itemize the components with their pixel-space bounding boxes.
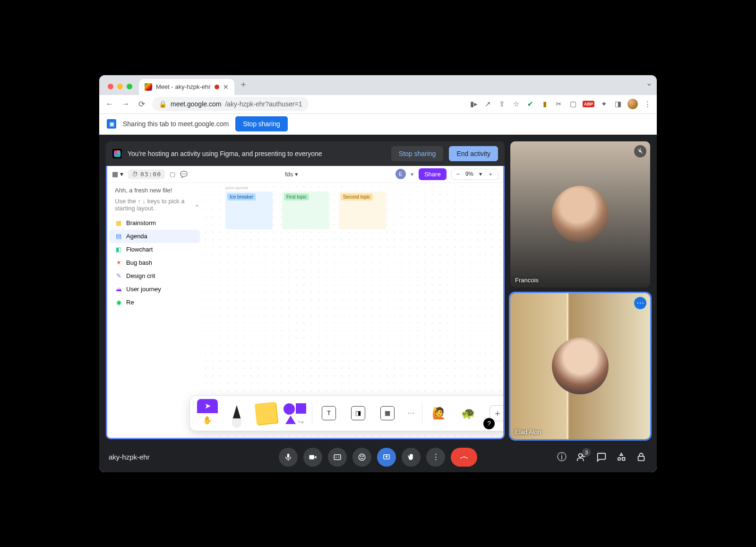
new-tab-button[interactable]: ＋ <box>234 78 252 92</box>
canvas-lane[interactable]: Second topic <box>339 191 386 229</box>
figma-canvas[interactable]: quick agenda Ice breaker First topic Sec… <box>202 183 503 438</box>
open-new-icon[interactable]: ↗ <box>483 99 493 109</box>
template-item-re[interactable]: ◉Re <box>109 296 200 309</box>
template-icon: ▤ <box>115 233 122 240</box>
maximize-window-icon[interactable] <box>127 84 132 89</box>
forward-button[interactable]: → <box>120 98 131 110</box>
figma-presentation: ▦ ▾ ⏱ 03:00 ▢ 💬 fds ▾ E ▾ Share <box>106 166 505 439</box>
figma-timer[interactable]: ⏱ 03:00 <box>128 169 165 179</box>
figjam-toolbar: ➤ ✋ <box>189 395 505 431</box>
figma-menu-icon[interactable]: ▦ ▾ <box>112 170 123 178</box>
tile-more-icon[interactable]: ⋯ <box>634 297 646 309</box>
text-tool[interactable]: T <box>316 400 342 426</box>
ext-scissors-icon[interactable]: ✂ <box>554 99 564 109</box>
ext-abp-icon[interactable]: ABP <box>583 101 594 107</box>
zoom-in-button[interactable]: ＋ <box>486 170 495 178</box>
ext-sidepanel-icon[interactable]: ◨ <box>613 99 623 109</box>
section-tool[interactable]: ◨ <box>345 400 371 426</box>
chat-button[interactable] <box>595 451 608 463</box>
template-item-brainstorm[interactable]: ▦Brainstorm <box>109 217 200 230</box>
shapes-tool[interactable]: ↪ <box>283 400 308 426</box>
minimize-window-icon[interactable] <box>117 84 123 89</box>
select-tool[interactable]: ➤ ✋ <box>195 400 220 426</box>
canvas-lane[interactable]: First topic <box>282 191 329 229</box>
stamp-tool-1[interactable]: 🙋 <box>426 400 452 426</box>
participant-tile[interactable]: ⋯ Elad Alon <box>510 293 650 439</box>
svg-rect-12 <box>638 456 644 460</box>
table-tool[interactable]: ▦ <box>375 400 400 426</box>
participant-tile[interactable]: Francois <box>510 141 650 287</box>
template-icon: ⛰ <box>115 286 122 293</box>
ext-cast-icon[interactable]: ▢ <box>568 99 578 109</box>
stamp-tool-2[interactable]: 🐢 <box>455 400 481 426</box>
figma-doc-name[interactable]: fds <box>285 171 293 178</box>
figma-frame-icon[interactable]: ▢ <box>170 171 175 178</box>
back-button[interactable]: ← <box>104 98 115 110</box>
info-button[interactable]: ⓘ <box>556 451 568 463</box>
template-item-design-crit[interactable]: ✎Design crit <box>109 269 200 283</box>
template-icon: ▦ <box>115 219 122 227</box>
close-sidebar-icon[interactable]: ⌃ <box>194 204 199 211</box>
arrow-icon: ↪ <box>298 417 304 426</box>
activities-button[interactable] <box>615 451 627 463</box>
figma-welcome-title: Ahh, a fresh new file! <box>109 187 200 196</box>
tab-title: Meet - aky-hzpk-ehr <box>156 83 211 90</box>
mic-button[interactable] <box>279 448 298 467</box>
raise-hand-button[interactable] <box>402 448 421 467</box>
chrome-menu-icon[interactable]: ⋮ <box>643 99 652 109</box>
help-icon[interactable]: ? <box>483 418 495 429</box>
canvas-lane[interactable]: Ice breaker <box>225 191 273 229</box>
activity-stop-button[interactable]: Stop sharing <box>391 146 444 161</box>
close-window-icon[interactable] <box>108 84 113 89</box>
template-item-user-journey[interactable]: ⛰User journey <box>109 283 200 296</box>
svg-rect-2 <box>309 455 315 459</box>
people-button[interactable]: 3 <box>576 451 588 463</box>
toolbar: ← → ⟳ 🔒 meet.google.com/aky-hzpk-ehr?aut… <box>99 95 657 114</box>
people-count-badge: 3 <box>582 448 591 457</box>
browser-tab[interactable]: Meet - aky-hzpk-ehr ✕ <box>139 79 234 95</box>
figma-comment-icon[interactable]: 💬 <box>180 171 188 178</box>
template-label: Agenda <box>126 233 147 240</box>
zoom-out-button[interactable]: − <box>455 171 462 177</box>
camera-button[interactable] <box>303 448 322 467</box>
stop-sharing-button[interactable]: Stop sharing <box>235 116 288 131</box>
share-icon[interactable]: ⇪ <box>498 99 507 109</box>
more-options-button[interactable]: ⋮ <box>426 448 445 467</box>
canvas-signature: quick agenda <box>225 186 248 190</box>
close-tab-icon[interactable]: ✕ <box>223 83 229 91</box>
svg-point-5 <box>361 456 361 457</box>
chevron-down-icon[interactable]: ▾ <box>411 171 414 178</box>
profile-avatar[interactable] <box>627 99 638 109</box>
template-icon: ◉ <box>115 299 122 306</box>
host-controls-button[interactable] <box>635 451 647 463</box>
template-label: Re <box>126 299 134 306</box>
captions-button[interactable] <box>328 448 347 467</box>
emoji-button[interactable] <box>352 448 371 467</box>
leave-call-button[interactable] <box>451 448 477 467</box>
figma-user-avatar[interactable]: E <box>395 169 406 179</box>
present-button[interactable] <box>377 448 396 467</box>
camera-icon[interactable]: ▮▸ <box>469 99 479 109</box>
ext-notes-icon[interactable]: ▮ <box>540 99 550 109</box>
activity-end-button[interactable]: End activity <box>449 146 498 161</box>
chevron-down-icon[interactable]: ▾ <box>477 171 484 177</box>
pen-tool[interactable] <box>224 400 249 426</box>
chevron-down-icon[interactable]: ▾ <box>295 171 298 178</box>
svg-point-6 <box>363 456 364 457</box>
figma-share-button[interactable]: Share <box>419 168 447 180</box>
ext-puzzle-icon[interactable]: ✦ <box>599 99 609 109</box>
sticky-tool[interactable] <box>253 400 279 426</box>
template-label: Bug bash <box>126 259 152 266</box>
address-bar[interactable]: 🔒 meet.google.com/aky-hzpk-ehr?authuser=… <box>152 97 309 111</box>
template-item-bug-bash[interactable]: ✶Bug bash <box>109 256 200 269</box>
sharing-infobar: ▣ Sharing this tab to meet.google.com St… <box>99 114 657 135</box>
ext-shield-icon[interactable]: ✔ <box>526 99 535 109</box>
zoom-level: 9% <box>464 171 475 177</box>
tab-overflow-icon[interactable]: ⌄ <box>646 78 652 91</box>
template-item-agenda[interactable]: ▤Agenda <box>109 230 200 243</box>
activity-banner: You're hosting an activity using Figma, … <box>106 141 505 166</box>
more-tools[interactable]: ⋯ <box>404 400 418 426</box>
template-item-flowchart[interactable]: ◧Flowchart <box>109 243 200 256</box>
reload-button[interactable]: ⟳ <box>136 98 147 110</box>
star-icon[interactable]: ☆ <box>512 99 521 109</box>
